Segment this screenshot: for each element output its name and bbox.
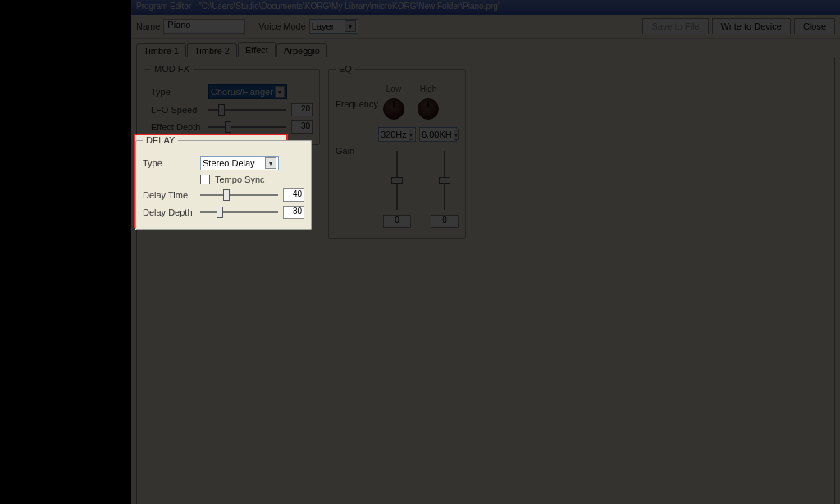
modfx-type-select[interactable]: Chorus/Flanger ▾ <box>208 84 287 99</box>
tab-arpeggio[interactable]: Arpeggio <box>276 43 327 57</box>
save-to-file-button[interactable]: Save to File <box>642 18 708 34</box>
delay-type-label: Type <box>143 158 195 168</box>
tempo-sync-label: Tempo Sync <box>215 175 265 184</box>
effect-depth-value[interactable]: 30 <box>291 120 313 134</box>
eq-high-freq-value: 6.00KH <box>422 129 452 139</box>
eq-high-freq-knob[interactable] <box>418 98 439 120</box>
eq-low-freq-select[interactable]: 320Hz ▾ <box>378 127 416 142</box>
write-to-device-button[interactable]: Write to Device <box>712 18 791 34</box>
eq-high-label: High <box>420 84 437 93</box>
modfx-legend: MOD FX <box>151 64 193 74</box>
chevron-down-icon: ▾ <box>454 129 459 140</box>
name-label: Name <box>136 21 160 31</box>
lfo-speed-value[interactable]: 20 <box>291 103 313 116</box>
chevron-down-icon: ▾ <box>265 157 276 169</box>
voice-mode-value: Layer <box>312 21 335 31</box>
eq-high-gain-slider[interactable] <box>438 151 451 210</box>
lfo-speed-slider[interactable] <box>208 103 286 116</box>
delay-depth-value[interactable]: 30 <box>283 206 304 219</box>
eq-low-freq-knob[interactable] <box>383 98 404 120</box>
eq-low-label: Low <box>386 84 401 93</box>
tab-effect[interactable]: Effect <box>238 42 276 57</box>
close-button[interactable]: Close <box>794 18 835 34</box>
eq-low-gain-slider[interactable] <box>390 151 404 210</box>
name-input[interactable]: Piano <box>163 19 245 34</box>
delay-depth-label: Delay Depth <box>143 207 195 217</box>
modfx-type-value: Chorus/Flanger <box>211 87 273 97</box>
eq-group: EQ Frequency Low High 320Hz ▾ 6.00KH <box>328 64 466 239</box>
eq-high-gain-value[interactable]: 0 <box>431 215 459 228</box>
delay-time-label: Delay Time <box>143 190 195 200</box>
eq-frequency-label: Frequency <box>336 99 378 109</box>
delay-type-value: Stereo Delay <box>203 158 255 168</box>
delay-group-highlight: DELAY Type Stereo Delay ▾ Tempo Sync Del… <box>135 135 286 230</box>
eq-low-freq-value: 320Hz <box>381 129 407 139</box>
lfo-speed-label: LFO Speed <box>151 105 203 115</box>
eq-high-freq-select[interactable]: 6.00KH ▾ <box>419 127 457 142</box>
tempo-sync-checkbox[interactable] <box>200 175 210 184</box>
chevron-down-icon: ▾ <box>409 129 413 140</box>
eq-gain-label: Gain <box>336 146 378 156</box>
modfx-group: MOD FX Type Chorus/Flanger ▾ LFO Speed 2… <box>144 64 320 145</box>
tab-timbre-1[interactable]: Timbre 1 <box>136 43 186 57</box>
chevron-down-icon: ▾ <box>275 86 285 98</box>
delay-group: DELAY Type Stereo Delay ▾ Tempo Sync Del… <box>135 135 312 230</box>
voice-mode-label: Voice Mode <box>258 21 305 31</box>
effect-depth-slider[interactable] <box>208 120 286 134</box>
delay-type-select[interactable]: Stereo Delay ▾ <box>200 156 279 170</box>
eq-legend: EQ <box>336 64 355 74</box>
voice-mode-select[interactable]: Layer ▾ <box>309 19 358 34</box>
effect-depth-label: Effect Depth <box>151 122 203 132</box>
modfx-type-label: Type <box>151 87 203 97</box>
effect-panel: MOD FX Type Chorus/Flanger ▾ LFO Speed 2… <box>136 57 835 504</box>
delay-time-slider[interactable] <box>200 188 278 202</box>
delay-time-value[interactable]: 40 <box>283 188 304 202</box>
eq-low-gain-value[interactable]: 0 <box>383 215 411 228</box>
chevron-down-icon: ▾ <box>345 20 356 32</box>
delay-depth-slider[interactable] <box>200 206 278 219</box>
window-titlebar: Program Editor - "C:\Users\Studio\Docume… <box>131 0 840 15</box>
delay-legend: DELAY <box>143 135 178 145</box>
tab-timbre-2[interactable]: Timbre 2 <box>187 43 237 57</box>
